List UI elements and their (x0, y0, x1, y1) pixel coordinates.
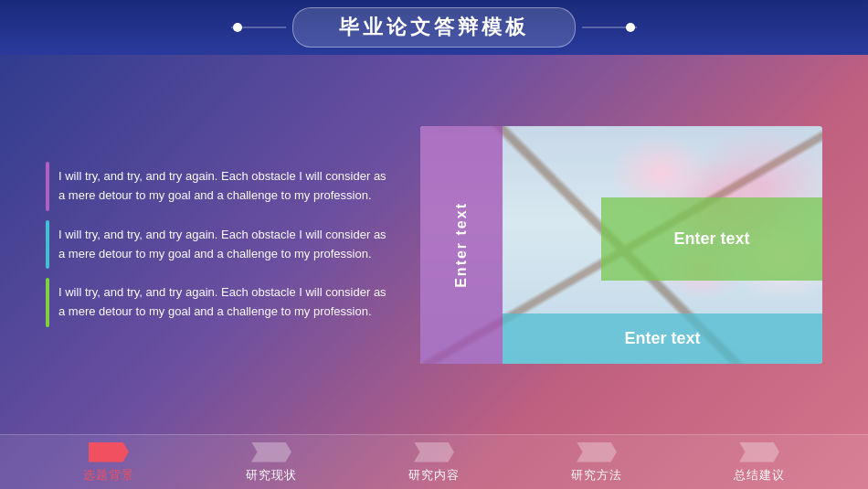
nav-label-2: 研究内容 (408, 467, 460, 484)
nav-item-0[interactable]: 选题背景 (27, 437, 190, 488)
header-dot-right (626, 23, 635, 32)
nav-label-3: 研究方法 (571, 467, 622, 484)
text-blocks: I will try, and try, and try again. Each… (46, 162, 393, 327)
header: 毕业论文答辩模板 (0, 0, 868, 55)
img-overlay-green[interactable]: Enter text (601, 197, 822, 281)
nav-item-1[interactable]: 研究现状 (190, 437, 353, 488)
text-block-1: I will try, and try, and try again. Each… (46, 162, 393, 211)
color-bar-green (46, 278, 49, 327)
nav-arrow-1 (249, 441, 294, 463)
footer-nav: 选题背景 研究现状 研究内容 研究方法 总结建议 (0, 434, 868, 489)
purple-overlay-text: Enter text (453, 202, 470, 288)
nav-label-1: 研究现状 (246, 467, 297, 484)
main-content: I will try, and try, and try again. Each… (0, 55, 868, 434)
text-block-1-content: I will try, and try, and try again. Each… (58, 162, 393, 211)
nav-arrow-shape-3 (577, 442, 617, 462)
text-block-3-content: I will try, and try, and try again. Each… (58, 278, 393, 327)
image-panel: Enter text Enter text Enter text (420, 126, 822, 364)
green-overlay-text: Enter text (673, 229, 749, 249)
nav-item-4[interactable]: 总结建议 (678, 437, 841, 488)
cyan-overlay-text: Enter text (624, 329, 700, 348)
nav-label-4: 总结建议 (734, 467, 785, 484)
nav-arrow-shape-0 (89, 442, 129, 462)
color-bar-cyan (46, 220, 49, 270)
nav-item-3[interactable]: 研究方法 (515, 437, 678, 488)
nav-arrow-shape-1 (251, 442, 291, 462)
nav-arrow-shape-4 (739, 442, 779, 462)
img-overlay-purple[interactable]: Enter text (420, 126, 503, 364)
header-title: 毕业论文答辩模板 (339, 16, 529, 38)
nav-arrow-4 (736, 441, 782, 463)
nav-item-2[interactable]: 研究内容 (353, 437, 515, 488)
text-block-3: I will try, and try, and try again. Each… (46, 278, 393, 327)
text-block-2: I will try, and try, and try again. Each… (46, 220, 393, 270)
nav-arrow-3 (574, 441, 619, 463)
img-overlay-cyan[interactable]: Enter text (503, 314, 822, 364)
header-title-bg: 毕业论文答辩模板 (292, 7, 576, 48)
nav-arrow-2 (411, 441, 457, 463)
text-block-2-content: I will try, and try, and try again. Each… (58, 220, 393, 270)
nav-arrow-shape-2 (414, 442, 454, 462)
nav-arrow-0 (86, 441, 132, 463)
nav-label-0: 选题背景 (83, 467, 134, 484)
header-title-wrap: 毕业论文答辩模板 (292, 7, 576, 48)
color-bar-purple (46, 162, 49, 211)
